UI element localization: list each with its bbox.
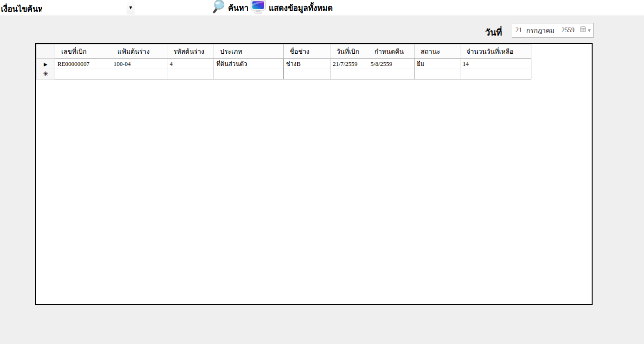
show-all-button-label: แสดงข้อมูลทั้งหมด: [269, 1, 333, 14]
data-grid: เลขที่เบิก แฟ้มต้นร่าง รหัสต้นร่าง ประเภ…: [35, 43, 593, 305]
table-cell-empty[interactable]: [55, 69, 111, 79]
calendar-icon: [580, 26, 587, 35]
column-header[interactable]: เลขที่เบิก: [55, 44, 111, 59]
table-row: ▶ RE00000007 100-04 4 ที่ดินส่วนตัว ช่าง…: [36, 59, 531, 69]
current-row-arrow-icon: ▶: [44, 62, 48, 67]
table-cell-empty[interactable]: [284, 69, 330, 79]
column-header[interactable]: กำหนดคืน: [368, 44, 415, 59]
table-cell-selected[interactable]: RE00000007: [55, 59, 111, 69]
table-cell-empty[interactable]: [415, 69, 460, 79]
search-icon: [210, 0, 226, 16]
table-cell-empty[interactable]: [330, 69, 368, 79]
current-row-indicator[interactable]: ▶: [36, 59, 55, 69]
new-row-asterisk-icon: ✳: [43, 70, 49, 78]
table-cell-empty[interactable]: [167, 69, 214, 79]
table-cell[interactable]: ช่างB: [284, 59, 330, 69]
date-picker[interactable]: 21 กรกฎาคม 2559 ▼: [512, 23, 594, 38]
records-table: เลขที่เบิก แฟ้มต้นร่าง รหัสต้นร่าง ประเภ…: [36, 44, 531, 79]
column-header[interactable]: วันที่เบิก: [330, 44, 368, 59]
table-cell[interactable]: 100-04: [111, 59, 167, 69]
column-header[interactable]: แฟ้มต้นร่าง: [111, 44, 167, 59]
corner-header-cell[interactable]: [36, 44, 55, 59]
column-header[interactable]: สถานะ: [415, 44, 460, 59]
toolbar: เงื่อนไขค้นหา : ▼ ค้นหา: [0, 0, 644, 15]
date-month: กรกฎาคม: [526, 25, 554, 36]
table-cell[interactable]: 5/8/2559: [368, 59, 415, 69]
table-cell-empty[interactable]: [111, 69, 167, 79]
column-header[interactable]: ประเภท: [214, 44, 284, 59]
date-year: 2559: [561, 27, 574, 34]
table-cell[interactable]: 21/7/2559: [330, 59, 368, 69]
table-cell[interactable]: 4: [167, 59, 214, 69]
table-cell[interactable]: ยืม: [415, 59, 460, 69]
show-all-button[interactable]: แสดงข้อมูลทั้งหมด: [250, 0, 333, 15]
chevron-down-icon: ▼: [127, 1, 135, 14]
chevron-down-icon: ▼: [588, 29, 591, 33]
new-row: ✳: [36, 69, 531, 79]
date-day: 21: [515, 27, 522, 34]
monitor-icon: [250, 0, 266, 16]
header-row: เลขที่เบิก แฟ้มต้นร่าง รหัสต้นร่าง ประเภ…: [36, 44, 531, 59]
table-cell-empty[interactable]: [460, 69, 531, 79]
new-row-indicator[interactable]: ✳: [36, 69, 55, 79]
application-window: { "topbar": { "condition_label": "เงื่อน…: [0, 0, 644, 344]
date-label: วันที่: [485, 25, 502, 39]
column-header[interactable]: รหัสต้นร่าง: [167, 44, 214, 59]
table-cell-remaining-days[interactable]: 14: [460, 59, 531, 69]
table-cell-empty[interactable]: [368, 69, 415, 79]
search-button-label: ค้นหา: [228, 1, 249, 14]
table-cell[interactable]: ที่ดินส่วนตัว: [214, 59, 284, 69]
column-header[interactable]: จำนวนวันที่เหลือ: [460, 44, 531, 59]
column-header[interactable]: ชื่อช่าง: [284, 44, 330, 59]
search-condition-combobox[interactable]: ▼: [42, 1, 135, 14]
search-button[interactable]: ค้นหา: [210, 0, 249, 15]
table-cell-empty[interactable]: [214, 69, 284, 79]
